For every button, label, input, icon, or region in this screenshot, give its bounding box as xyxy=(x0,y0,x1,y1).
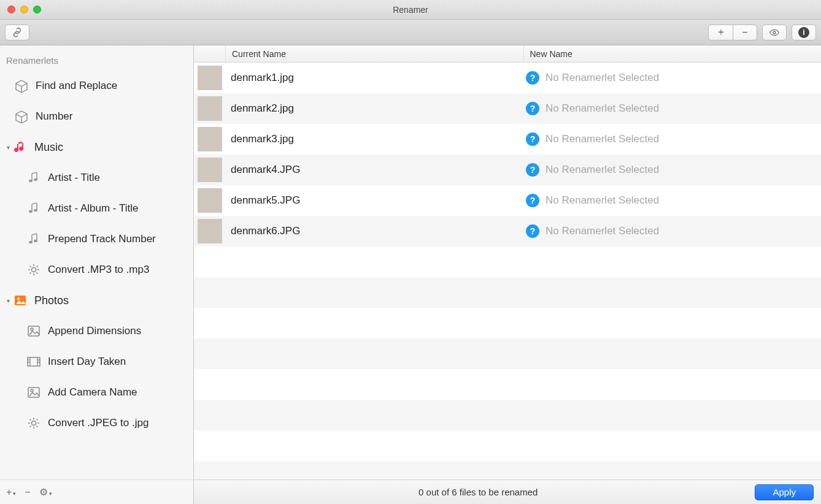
file-thumbnail xyxy=(198,219,222,243)
new-name-cell: ?No Renamerlet Selected xyxy=(526,163,821,177)
file-thumbnail xyxy=(198,188,222,213)
note-icon xyxy=(27,232,40,246)
new-name-text: No Renamerlet Selected xyxy=(545,72,659,84)
sidebar-item-label: Artist - Album - Title xyxy=(48,202,138,215)
disclosure-icon[interactable]: ▾ xyxy=(5,144,11,150)
column-current-name[interactable]: Current Name xyxy=(226,45,524,62)
new-name-cell: ?No Renamerlet Selected xyxy=(526,71,821,85)
sidebar-item-artist-album-title[interactable]: Artist - Album - Title xyxy=(0,193,193,224)
toolbar: ＋ − i xyxy=(0,20,821,45)
note-icon xyxy=(27,171,40,185)
sidebar-item-add-camera-name[interactable]: Add Camera Name xyxy=(0,377,193,408)
sidebar-action-button[interactable]: ⚙▾ xyxy=(39,486,52,498)
info-button[interactable]: i xyxy=(792,25,816,40)
new-name-text: No Renamerlet Selected xyxy=(545,133,659,145)
table-row[interactable] xyxy=(194,461,821,479)
image-icon xyxy=(27,386,40,399)
question-icon: ? xyxy=(526,163,539,177)
table-row[interactable]: denmark6.JPG?No Renamerlet Selected xyxy=(194,216,821,246)
sidebar-item-label: Number xyxy=(36,110,72,123)
apply-button[interactable]: Apply xyxy=(755,484,814,500)
add-button[interactable]: ＋ xyxy=(708,25,733,40)
sidebar-item-label: Convert .MP3 to .mp3 xyxy=(48,264,149,276)
table-row[interactable]: denmark4.JPG?No Renamerlet Selected xyxy=(194,155,821,185)
new-name-text: No Renamerlet Selected xyxy=(545,194,659,207)
sidebar-item-convert-jpeg-to-jpg[interactable]: Convert .JPEG to .jpg xyxy=(0,408,193,438)
question-icon: ? xyxy=(526,224,539,238)
table-row[interactable] xyxy=(194,246,821,277)
remove-button[interactable]: − xyxy=(733,25,757,40)
add-remove-group: ＋ − xyxy=(708,25,757,40)
sidebar-item-label: Artist - Title xyxy=(48,172,100,184)
file-list[interactable]: denmark1.jpg?No Renamerlet Selecteddenma… xyxy=(194,63,821,479)
table-row[interactable] xyxy=(194,400,821,430)
current-name-cell: denmark5.JPG xyxy=(226,194,526,207)
sidebar-item-number[interactable]: Number xyxy=(0,101,193,132)
gear-icon xyxy=(27,416,40,430)
file-thumbnail xyxy=(198,158,222,182)
preview-button[interactable] xyxy=(762,25,787,40)
sidebar-add-button[interactable]: +▾ xyxy=(6,487,16,498)
link-icon xyxy=(12,27,23,38)
sidebar-heading: Renamerlets xyxy=(0,45,193,71)
table-row[interactable] xyxy=(194,277,821,308)
new-name-cell: ?No Renamerlet Selected xyxy=(526,194,821,207)
window-title: Renamer xyxy=(0,5,821,15)
eye-icon xyxy=(768,28,781,37)
file-thumbnail xyxy=(198,127,222,151)
current-name-cell: denmark3.jpg xyxy=(226,133,526,145)
photo-icon xyxy=(13,294,27,307)
minus-icon: − xyxy=(742,27,747,38)
link-button[interactable] xyxy=(5,25,29,40)
sidebar-item-label: Music xyxy=(34,141,63,154)
main-panel: Current Name New Name denmark1.jpg?No Re… xyxy=(194,45,821,504)
current-name-cell: denmark1.jpg xyxy=(226,72,526,84)
cube-icon xyxy=(15,110,28,123)
table-row[interactable]: denmark1.jpg?No Renamerlet Selected xyxy=(194,63,821,93)
music-icon xyxy=(13,140,27,154)
table-row[interactable] xyxy=(194,369,821,400)
sidebar-item-append-dimensions[interactable]: Append Dimensions xyxy=(0,316,193,346)
file-thumbnail xyxy=(198,66,222,90)
current-name-cell: denmark6.JPG xyxy=(226,225,526,237)
sidebar-item-label: Convert .JPEG to .jpg xyxy=(48,417,148,429)
titlebar: Renamer xyxy=(0,0,821,20)
table-row[interactable] xyxy=(194,338,821,369)
sidebar-item-artist-title[interactable]: Artist - Title xyxy=(0,162,193,193)
sidebar-item-prepend-track-number[interactable]: Prepend Track Number xyxy=(0,224,193,254)
question-icon: ? xyxy=(526,102,539,115)
sidebar-list: Find and ReplaceNumber▾MusicArtist - Tit… xyxy=(0,71,193,479)
file-thumbnail xyxy=(198,96,222,121)
close-window-button[interactable] xyxy=(7,6,15,13)
sidebar-item-label: Photos xyxy=(34,294,69,307)
table-row[interactable] xyxy=(194,430,821,461)
question-icon: ? xyxy=(526,194,539,207)
sidebar-item-find-and-replace[interactable]: Find and Replace xyxy=(0,71,193,101)
disclosure-icon[interactable]: ▾ xyxy=(5,297,11,304)
sidebar-item-music[interactable]: ▾Music xyxy=(0,132,193,162)
question-icon: ? xyxy=(526,132,539,146)
sidebar-item-photos[interactable]: ▾Photos xyxy=(0,285,193,316)
zoom-window-button[interactable] xyxy=(33,6,41,13)
table-row[interactable]: denmark5.JPG?No Renamerlet Selected xyxy=(194,185,821,216)
new-name-text: No Renamerlet Selected xyxy=(545,102,659,115)
sidebar-item-convert-mp3-to-mp3[interactable]: Convert .MP3 to .mp3 xyxy=(0,254,193,285)
question-icon: ? xyxy=(526,71,539,85)
image-icon xyxy=(27,324,40,338)
column-new-name[interactable]: New Name xyxy=(524,45,822,62)
minimize-window-button[interactable] xyxy=(20,6,28,13)
new-name-cell: ?No Renamerlet Selected xyxy=(526,132,821,146)
table-row[interactable]: denmark3.jpg?No Renamerlet Selected xyxy=(194,124,821,155)
window-controls xyxy=(7,6,41,13)
table-row[interactable]: denmark2.jpg?No Renamerlet Selected xyxy=(194,93,821,124)
column-thumbnail[interactable] xyxy=(194,45,226,62)
cube-icon xyxy=(15,79,28,93)
current-name-cell: denmark4.JPG xyxy=(226,164,526,176)
sidebar-item-insert-day-taken[interactable]: Insert Day Taken xyxy=(0,346,193,377)
gear-icon xyxy=(27,263,40,277)
gear-icon: ⚙ xyxy=(39,487,48,497)
sidebar-remove-button[interactable]: − xyxy=(25,487,30,498)
table-row[interactable] xyxy=(194,308,821,338)
new-name-cell: ?No Renamerlet Selected xyxy=(526,224,821,238)
chevron-down-icon: ▾ xyxy=(13,491,16,497)
